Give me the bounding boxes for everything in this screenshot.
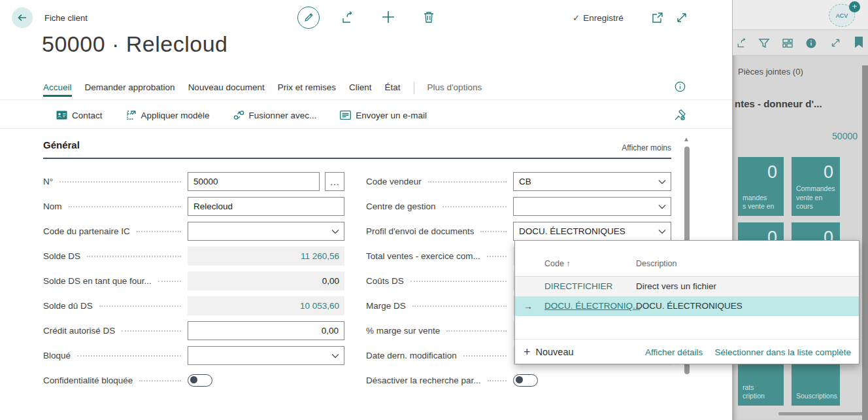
horizontal-scrollbar[interactable] <box>778 412 865 415</box>
field-row-partenaire-ic: Code du partenaire IC <box>43 222 344 241</box>
open-in-window-button[interactable] <box>651 11 664 24</box>
edit-button[interactable] <box>297 7 320 29</box>
delete-button[interactable] <box>422 10 435 24</box>
field-label: Code vendeur <box>366 177 422 186</box>
credit-autorise-input[interactable] <box>188 321 344 340</box>
layout-icon[interactable] <box>782 37 793 49</box>
page-title: 50000 · Relecloud <box>42 31 227 57</box>
field-label: Solde DS en tant que four... <box>43 276 152 286</box>
field-row-solde-du-ds: Solde dû DS 10 053,60 <box>43 296 344 315</box>
solde-du-ds-value-link[interactable]: 10 053,60 <box>300 301 339 311</box>
nom-input[interactable] <box>188 197 344 216</box>
apply-template-icon <box>126 110 137 120</box>
field-label: % marge sur vente <box>366 326 440 336</box>
selected-row-arrow-icon: → <box>524 296 533 316</box>
document-sending-profile-lookup: Code ↑ Description DIRECTFICHIER Direct … <box>514 240 860 364</box>
merge-with-action[interactable]: Fusionner avec... <box>233 110 317 120</box>
field-label: Profil d'envoi de documents <box>366 226 474 236</box>
solde-du-ds-field: 10 053,60 <box>188 296 344 315</box>
new-button[interactable] <box>381 10 395 24</box>
field-label: Coûts DS <box>366 276 404 286</box>
lookup-row-directfichier[interactable]: DIRECTFICHIER Direct vers un fichier <box>515 277 859 297</box>
tab-demander-approbation[interactable]: Demander approbation <box>85 82 175 97</box>
dotted-leader <box>87 256 181 257</box>
send-email-action[interactable]: Envoyer un e-mail <box>340 111 427 120</box>
info-button[interactable] <box>675 81 686 92</box>
dotted-leader <box>59 181 181 183</box>
description-column-header[interactable]: Description <box>636 259 677 268</box>
apply-template-action[interactable]: Appliquer modèle <box>126 110 210 120</box>
field-row-credit-autorise: Crédit autorisé DS <box>43 321 344 340</box>
field-row-nom: Nom <box>43 197 344 216</box>
centre-gestion-dropdown[interactable] <box>513 197 671 216</box>
chevron-down-icon <box>331 229 339 234</box>
filter-icon[interactable] <box>758 37 770 49</box>
profil-envoi-dropdown[interactable]: DOCU. ÉLECTRONIQUES <box>513 222 671 241</box>
merge-icon <box>233 110 244 120</box>
badge-plus-icon[interactable]: + <box>849 1 860 12</box>
field-label: Confidentialité bloquée <box>43 376 133 385</box>
new-button[interactable]: + Nouveau <box>524 345 574 359</box>
page-caption: Fiche client <box>44 13 88 23</box>
tile-commandes-vente-attente[interactable]: 0 mandess vente en <box>738 157 784 216</box>
solde-ds-value-link[interactable]: 11 260,56 <box>301 251 339 261</box>
field-label: Crédit autorisé DS <box>43 326 115 336</box>
code-vendeur-dropdown[interactable]: CB <box>513 172 671 191</box>
field-label: Marge DS <box>366 301 406 311</box>
desactiver-recherche-toggle[interactable] <box>513 374 538 387</box>
field-row-no: N° … <box>43 172 344 191</box>
contact-card-icon <box>56 111 67 120</box>
bookmark-icon[interactable] <box>854 37 863 48</box>
field-label: Bloqué <box>43 351 71 360</box>
unpin-icon[interactable] <box>673 109 686 122</box>
screen: Fiche client ✓Enregistré <box>0 0 868 420</box>
dotted-leader <box>488 380 507 381</box>
tab-client[interactable]: Client <box>349 82 372 97</box>
maximize-button[interactable] <box>675 11 688 24</box>
field-row-code-vendeur: Code vendeur CB <box>366 172 671 191</box>
solde-ds-fournisseur-field: 0,00 <box>188 271 344 290</box>
no-input[interactable] <box>188 172 320 191</box>
tab-prix-et-remises[interactable]: Prix et remises <box>278 82 336 97</box>
share-icon[interactable] <box>736 37 748 49</box>
dotted-leader <box>137 231 181 232</box>
share-button[interactable] <box>341 10 355 25</box>
tab-divider <box>414 82 414 94</box>
tab-etat[interactable]: État <box>385 82 401 97</box>
partenaire-ic-dropdown[interactable] <box>188 222 344 241</box>
dotted-leader <box>487 256 507 257</box>
back-button[interactable] <box>12 7 33 28</box>
attachments-label[interactable]: Pièces jointes (0) <box>738 67 803 77</box>
customer-number-link[interactable]: 50000 <box>832 131 858 141</box>
save-status: ✓Enregistré <box>573 12 624 23</box>
confidentialite-toggle[interactable] <box>188 374 212 387</box>
code-column-header[interactable]: Code ↑ <box>544 259 571 268</box>
tab-accueil[interactable]: Accueil <box>43 82 72 97</box>
bloque-dropdown[interactable] <box>188 346 344 365</box>
show-details-link[interactable]: Afficher détails <box>645 347 703 357</box>
tab-nouveau-document[interactable]: Nouveau document <box>188 82 265 97</box>
pencil-icon <box>303 12 314 23</box>
contact-action[interactable]: Contact <box>56 111 103 120</box>
ribbon-tabs: Accueil Demander approbation Nouveau doc… <box>43 80 482 97</box>
dotted-leader <box>158 281 181 282</box>
section-heading-general: Général <box>43 139 80 150</box>
field-label: Date dern. modification <box>366 351 457 360</box>
expand-icon[interactable] <box>830 37 841 48</box>
field-row-profil-envoi: Profil d'envoi de documents DOCU. ÉLECTR… <box>366 222 671 241</box>
assist-edit-button[interactable]: … <box>325 172 344 191</box>
dotted-leader <box>410 281 507 282</box>
tab-more-options[interactable]: Plus d'options <box>427 82 482 97</box>
check-icon: ✓ <box>573 13 580 23</box>
dotted-leader <box>99 306 181 307</box>
info-icon[interactable] <box>806 38 816 48</box>
scroll-up-arrow[interactable]: ▲ <box>683 135 690 143</box>
tile-commandes-vente-en-cours[interactable]: 0 Commandesvente en cours <box>792 157 840 216</box>
field-label: Nom <box>43 201 62 211</box>
lookup-row-docu-electroniques[interactable]: → DOCU. ÉLECTRONIQ... DOCU. ÉLECTRONIQUE… <box>515 296 859 316</box>
dotted-leader <box>446 330 507 332</box>
field-label: Solde dû DS <box>43 301 93 311</box>
background-vertical-scrollbar[interactable] <box>862 65 868 420</box>
show-less-link[interactable]: Afficher moins <box>619 143 671 152</box>
select-from-full-list-link[interactable]: Sélectionner dans la liste complète <box>714 347 851 357</box>
